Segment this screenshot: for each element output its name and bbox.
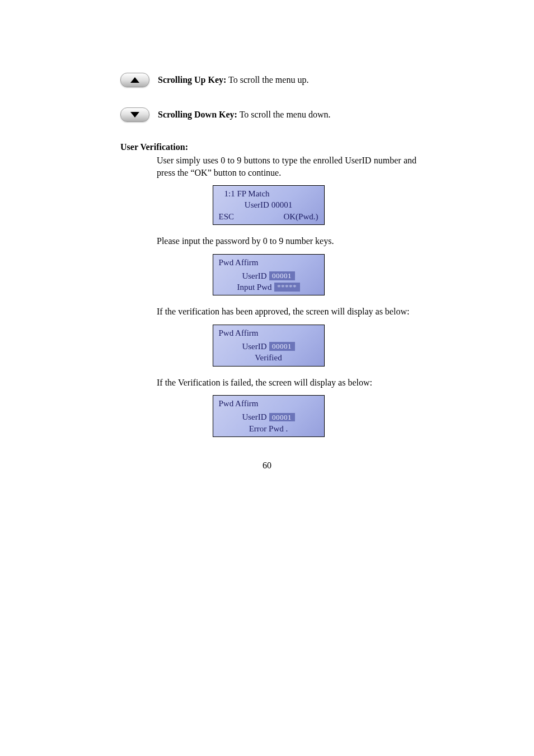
lcd1-line1: 1:1 FP Match	[214, 188, 323, 199]
down-arrow-icon	[120, 107, 149, 122]
paragraph-failed: If the Verification is failed, the scree…	[157, 377, 416, 389]
lcd-screen-verified: Pwd Affirm UserID 00001 Verified	[213, 325, 325, 367]
lcd2-userid-label: UserID	[242, 270, 266, 281]
scrolling-up-key-text: Scrolling Up Key: To scroll the menu up.	[158, 74, 308, 86]
lcd3-status: Verified	[214, 352, 323, 363]
paragraph-verified: If the verification has been approved, t…	[157, 306, 416, 318]
lcd4-status: Error Pwd .	[214, 423, 323, 434]
lcd2-inputpwd-value: *****	[274, 283, 300, 292]
lcd3-userid-label: UserID	[242, 341, 266, 352]
scrolling-up-key-title: Scrolling Up Key:	[158, 75, 226, 84]
svg-marker-1	[130, 112, 139, 118]
lcd1-line2: UserID 00001	[214, 199, 323, 210]
lcd1-ok: OK(Pwd.)	[283, 211, 318, 222]
lcd1-esc: ESC	[219, 211, 235, 222]
lcd-screen-error: Pwd Affirm UserID 00001 Error Pwd .	[213, 395, 325, 437]
section-heading-user-verification: User Verification:	[120, 142, 416, 152]
document-page: Scrolling Up Key: To scroll the menu up.…	[0, 0, 534, 756]
scrolling-down-key-desc: To scroll the menu down.	[237, 110, 331, 119]
lcd4-line1: Pwd Affirm	[214, 398, 323, 409]
scrolling-up-key-row: Scrolling Up Key: To scroll the menu up.	[120, 73, 416, 87]
scrolling-up-key-desc: To scroll the menu up.	[226, 75, 308, 84]
lcd4-userid-value: 00001	[269, 413, 295, 422]
up-arrow-icon	[120, 73, 149, 87]
lcd2-userid-value: 00001	[269, 271, 295, 280]
paragraph-intro: User simply uses 0 to 9 buttons to type …	[157, 154, 416, 179]
svg-marker-0	[130, 77, 139, 83]
lcd3-userid-value: 00001	[269, 342, 295, 351]
lcd3-line1: Pwd Affirm	[214, 327, 323, 339]
scrolling-down-key-text: Scrolling Down Key: To scroll the menu d…	[158, 109, 331, 121]
lcd2-line1: Pwd Affirm	[214, 257, 323, 268]
paragraph-input-pwd: Please input the password by 0 to 9 numb…	[157, 235, 416, 247]
lcd2-inputpwd-label: Input Pwd	[237, 281, 271, 293]
lcd-screen-fp-match: 1:1 FP Match UserID 00001 ESC OK(Pwd.)	[213, 185, 325, 225]
lcd4-userid-label: UserID	[242, 411, 266, 422]
lcd-screen-pwd-input: Pwd Affirm UserID 00001 Input Pwd *****	[213, 254, 325, 296]
scrolling-down-key-title: Scrolling Down Key:	[158, 110, 237, 119]
scrolling-down-key-row: Scrolling Down Key: To scroll the menu d…	[120, 107, 416, 122]
page-number: 60	[0, 461, 534, 471]
